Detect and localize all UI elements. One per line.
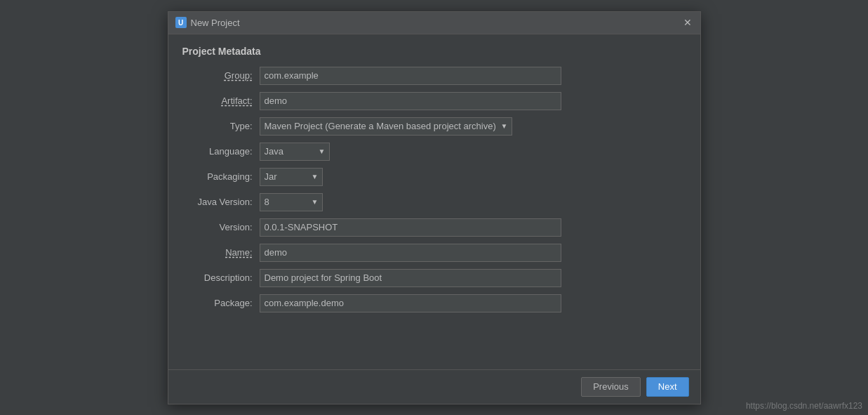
name-label: Name:: [182, 247, 260, 258]
dialog-footer: Previous Next: [168, 369, 700, 404]
packaging-select[interactable]: Jar War: [260, 168, 323, 186]
description-label: Description:: [182, 272, 260, 283]
artifact-label: Artifact:: [182, 95, 260, 106]
dialog-content: Project Metadata Group: Artifact: Type: …: [168, 34, 700, 369]
app-icon: U: [175, 17, 187, 28]
language-row: Language: Java Kotlin Groovy ▼: [182, 143, 686, 161]
name-input[interactable]: [260, 244, 561, 262]
version-input[interactable]: [260, 218, 561, 237]
type-row: Type: Maven Project (Generate a Maven ba…: [182, 117, 686, 136]
artifact-row: Artifact:: [182, 92, 686, 110]
language-select-wrapper: Java Kotlin Groovy ▼: [260, 143, 330, 161]
java-version-select-wrapper: 8 11 17 21 ▼: [260, 193, 323, 211]
description-input[interactable]: [260, 269, 561, 287]
dialog-title: New Project: [191, 18, 240, 28]
version-label: Version:: [182, 222, 260, 232]
group-label: Group:: [182, 70, 260, 81]
description-row: Description:: [182, 269, 686, 287]
java-version-row: Java Version: 8 11 17 21 ▼: [182, 193, 686, 211]
title-bar-left: U New Project: [175, 17, 240, 28]
group-input[interactable]: [260, 67, 561, 85]
package-input[interactable]: [260, 294, 561, 312]
group-row: Group:: [182, 67, 686, 85]
java-version-label: Java Version:: [182, 197, 260, 207]
packaging-row: Packaging: Jar War ▼: [182, 168, 686, 186]
new-project-dialog: U New Project ✕ Project Metadata Group: …: [168, 11, 701, 404]
artifact-input[interactable]: [260, 92, 561, 110]
packaging-select-wrapper: Jar War ▼: [260, 168, 323, 186]
section-title: Project Metadata: [182, 46, 686, 57]
language-label: Language:: [182, 146, 260, 157]
package-row: Package:: [182, 294, 686, 312]
java-version-select[interactable]: 8 11 17 21: [260, 193, 323, 211]
type-select-wrapper: Maven Project (Generate a Maven based pr…: [260, 117, 512, 136]
version-row: Version:: [182, 218, 686, 237]
title-bar: U New Project ✕: [168, 12, 700, 34]
type-select[interactable]: Maven Project (Generate a Maven based pr…: [260, 117, 512, 136]
packaging-label: Packaging:: [182, 171, 260, 182]
language-select[interactable]: Java Kotlin Groovy: [260, 143, 330, 161]
name-row: Name:: [182, 244, 686, 262]
previous-button[interactable]: Previous: [581, 377, 641, 397]
watermark: https://blog.csdn.net/aawrfx123: [746, 401, 862, 411]
type-label: Type:: [182, 121, 260, 131]
close-button[interactable]: ✕: [682, 17, 693, 28]
package-label: Package:: [182, 298, 260, 308]
next-button[interactable]: Next: [646, 377, 689, 397]
